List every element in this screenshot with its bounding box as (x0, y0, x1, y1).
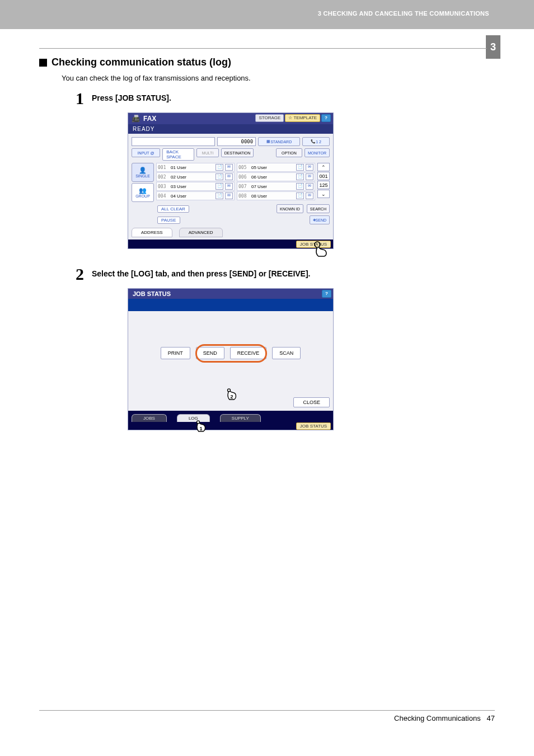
standard-button[interactable]: ▦ STANDARD (258, 137, 300, 146)
single-tab[interactable]: 👤SINGLE (132, 163, 154, 182)
mail-icon[interactable]: ✉ (306, 164, 313, 171)
tab-jobs[interactable]: JOBS (132, 414, 167, 422)
search-button[interactable]: SEARCH (307, 204, 330, 213)
steps-list: 1 Press [JOB STATUS]. 📠 FAX STORAGE ☆ TE… (72, 90, 487, 430)
multi-button[interactable]: MULTI (196, 148, 218, 157)
user-list-left: 00101 User📄✉ 00202 User📄✉ 00303 User📄✉ 0… (156, 163, 235, 202)
storage-button[interactable]: STORAGE (255, 114, 284, 122)
mail-icon[interactable]: ✉ (306, 173, 313, 180)
side-tabs: 👤SINGLE 👥GROUP (132, 163, 154, 202)
input-at-button[interactable]: INPUT @ (132, 148, 160, 157)
section-title: Checking communication status (log) (51, 57, 231, 68)
callout-1-icon: 1 (193, 420, 209, 437)
job-subbar (128, 299, 333, 311)
group-icon: 👥 (132, 187, 153, 194)
document-page: 3 CHECKING AND CANCELING THE COMMUNICATI… (0, 0, 534, 756)
step-number: 1 (72, 90, 84, 107)
fax-icon[interactable]: 📄 (296, 164, 304, 171)
divider (39, 48, 487, 49)
print-button[interactable]: PRINT (161, 347, 190, 359)
fax-icon[interactable]: 📄 (296, 183, 304, 190)
fax-btn-row-2: PAUSE ◈ SEND (132, 215, 330, 224)
job-status-panel: JOB STATUS ? PRINT SEND RECEIVE SCAN 2 (128, 288, 334, 430)
scroll-top-label: 001 (317, 172, 330, 180)
scroll-up-icon[interactable]: ⌃ (317, 163, 330, 171)
mail-icon[interactable]: ✉ (225, 183, 233, 190)
list-item[interactable]: 00808 User📄✉ (237, 191, 315, 200)
help-button[interactable]: ? (321, 114, 331, 122)
fax-screenshot: 📠 FAX STORAGE ☆ TEMPLATE ? READY 0000 ▦ … (128, 112, 487, 249)
highlight-ring-icon (195, 344, 267, 363)
fax-icon[interactable]: 📄 (216, 164, 223, 171)
close-button[interactable]: CLOSE (293, 397, 330, 407)
callout-2-icon: 2 (223, 388, 240, 405)
monitor-button[interactable]: MONITOR (305, 148, 330, 157)
fax-top-row: 0000 ▦ STANDARD 📞1 2 (132, 137, 330, 146)
fax-icon[interactable]: 📄 (216, 173, 223, 180)
fax-title-text: FAX (143, 115, 156, 123)
backspace-button[interactable]: BACK SPACE (162, 148, 194, 161)
divider (39, 710, 495, 711)
pause-button[interactable]: PAUSE (157, 217, 180, 224)
scroll-down-icon[interactable]: ⌄ (317, 190, 330, 198)
known-id-button[interactable]: KNOWN ID (277, 204, 303, 213)
send-button[interactable]: ◈ SEND (310, 215, 330, 224)
list-item[interactable]: 00707 User📄✉ (237, 182, 315, 191)
fax-status-bar: READY (128, 124, 333, 134)
step-text: Select the [LOG] tab, and then press [SE… (92, 266, 311, 278)
svg-text:2: 2 (230, 394, 233, 400)
template-button[interactable]: ☆ TEMPLATE (285, 114, 320, 122)
list-item[interactable]: 00101 User📄✉ (156, 163, 235, 172)
mail-icon[interactable]: ✉ (225, 173, 233, 180)
job-status-button[interactable]: JOB STATUS (296, 422, 331, 430)
svg-text:1: 1 (199, 426, 202, 431)
tab-advanced[interactable]: ADVANCED (179, 228, 223, 237)
fax-icon[interactable]: 📄 (296, 173, 304, 180)
step-text: Press [JOB STATUS]. (92, 90, 171, 102)
square-bullet-icon (39, 59, 47, 67)
tab-address[interactable]: ADDRESS (132, 228, 172, 237)
list-item[interactable]: 00202 User📄✉ (156, 172, 235, 181)
scroll-column: ⌃ 001 125 ⌄ (317, 163, 330, 202)
all-clear-button[interactable]: ALL CLEAR (157, 205, 189, 213)
touch-pointer-icon (311, 240, 331, 260)
mail-icon[interactable]: ✉ (225, 164, 233, 171)
list-item[interactable]: 00404 User📄✉ (156, 191, 235, 200)
list-item[interactable]: 00606 User📄✉ (237, 172, 315, 181)
mail-icon[interactable]: ✉ (225, 192, 233, 199)
scan-button[interactable]: SCAN (272, 347, 301, 359)
fax-panel: 📠 FAX STORAGE ☆ TEMPLATE ? READY 0000 ▦ … (128, 112, 334, 249)
scroll-count-label: 125 (317, 181, 330, 189)
fax-icon[interactable]: 📄 (216, 183, 223, 190)
chapter-tab: 3 (486, 35, 500, 59)
section-heading: Checking communication status (log) (39, 57, 487, 68)
line-indicator[interactable]: 📞1 2 (302, 137, 330, 146)
group-tab[interactable]: 👥GROUP (132, 183, 154, 202)
chapter-header: 3 CHECKING AND CANCELING THE COMMUNICATI… (318, 10, 489, 17)
fax-btn-row-1: ALL CLEAR KNOWN ID SEARCH (132, 204, 330, 213)
option-button[interactable]: OPTION (276, 148, 302, 157)
section-intro: You can check the log of fax transmissio… (62, 74, 487, 82)
page-footer: Checking Communications 47 (39, 710, 495, 722)
counter-display: 0000 (217, 137, 256, 146)
fax-icon[interactable]: 📄 (296, 192, 304, 199)
step-row: 1 Press [JOB STATUS]. (72, 90, 487, 107)
svg-point-0 (315, 242, 320, 247)
job-titlebar: JOB STATUS ? (128, 289, 333, 299)
fax-tabs: ADDRESS ADVANCED (132, 228, 330, 237)
content-area: Checking communication status (log) You … (39, 48, 487, 447)
mail-icon[interactable]: ✉ (306, 183, 313, 190)
fax-body: 0000 ▦ STANDARD 📞1 2 INPUT @ BACK SPACE … (128, 134, 333, 240)
mail-icon[interactable]: ✉ (306, 192, 313, 199)
list-item[interactable]: 00505 User📄✉ (237, 163, 315, 172)
tab-supply[interactable]: SUPPLY (220, 414, 261, 422)
input-display (132, 137, 215, 146)
fax-icon: 📠 (132, 115, 140, 123)
step-number: 2 (72, 266, 84, 283)
destination-button[interactable]: DESTINATION (221, 148, 254, 157)
help-button[interactable]: ? (322, 290, 331, 298)
fax-icon[interactable]: 📄 (216, 192, 223, 199)
list-item[interactable]: 00303 User📄✉ (156, 182, 235, 191)
fax-footer: JOB STATUS (128, 240, 333, 248)
user-list-right: 00505 User📄✉ 00606 User📄✉ 00707 User📄✉ 0… (237, 163, 315, 202)
